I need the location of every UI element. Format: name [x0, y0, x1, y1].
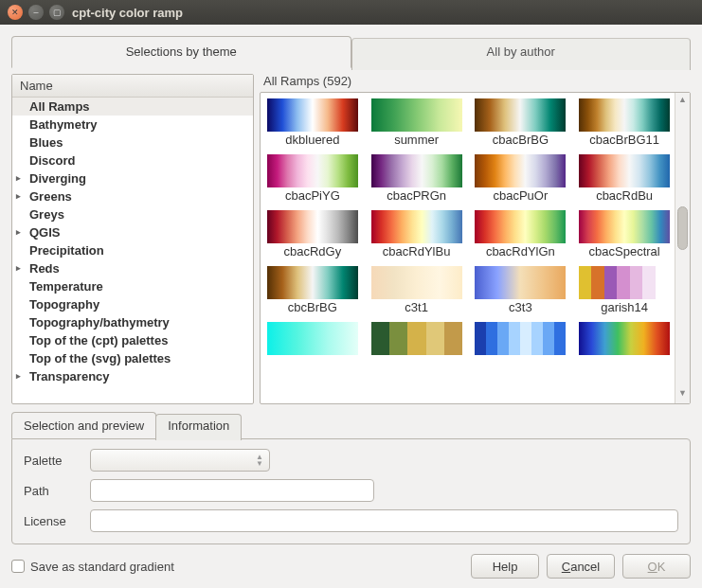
- ramp-item[interactable]: [473, 322, 569, 362]
- ramp-preview: [579, 322, 670, 355]
- ramp-preview: [475, 322, 566, 355]
- tree-item-label: Reds: [29, 260, 60, 276]
- tab-information[interactable]: Information: [155, 414, 242, 440]
- tree-list[interactable]: All RampsBathymetryBluesDiscord▸Divergin…: [12, 98, 253, 403]
- selection-preview-panel: Palette ▲▼ Path License: [11, 438, 691, 544]
- palette-combo[interactable]: ▲▼: [90, 449, 270, 472]
- ramp-item[interactable]: cbacBrBG: [473, 98, 569, 152]
- ramp-item[interactable]: [576, 322, 673, 362]
- ramp-preview: [579, 266, 670, 299]
- ramp-label: cbacSpectral: [589, 244, 660, 258]
- tree-item-label: Greens: [29, 188, 72, 205]
- ramp-item[interactable]: cbacRdGy: [264, 210, 361, 264]
- license-input[interactable]: [90, 509, 678, 532]
- ramp-label: cbcBrBG: [288, 300, 337, 314]
- minimize-icon[interactable]: –: [28, 5, 44, 20]
- ramp-preview: [475, 98, 566, 132]
- ramp-preview: [371, 322, 462, 355]
- tree-item[interactable]: Precipitation: [12, 241, 253, 259]
- ramp-item[interactable]: cbacBrBG11: [576, 98, 673, 152]
- ramp-item[interactable]: cbacRdYlGn: [473, 210, 569, 264]
- tree-item[interactable]: ▸Transparency: [12, 367, 253, 385]
- tree-item[interactable]: ▸QGIS: [12, 223, 253, 241]
- ramp-item[interactable]: cbacSpectral: [576, 210, 673, 264]
- ramp-preview: [371, 154, 462, 187]
- chevron-updown-icon: ▲▼: [256, 454, 263, 467]
- tree-item-label: Greys: [29, 206, 64, 223]
- ramp-item[interactable]: cbacPRGn: [369, 154, 465, 208]
- tree-item[interactable]: Blues: [12, 134, 253, 151]
- ramp-label: c3t3: [509, 300, 532, 314]
- tree-item-label: Topography/bathymetry: [29, 314, 170, 330]
- tab-selections-by-theme[interactable]: Selections by theme: [11, 36, 351, 68]
- ramp-item[interactable]: cbacPuOr: [473, 154, 569, 208]
- tree-item[interactable]: Discord: [12, 151, 253, 169]
- ramp-label: cbacRdYlBu: [383, 244, 451, 258]
- path-input[interactable]: [90, 479, 374, 502]
- ramp-item[interactable]: garish14: [576, 266, 673, 320]
- scroll-thumb[interactable]: [677, 206, 688, 250]
- ramp-item[interactable]: dkbluered: [264, 98, 361, 152]
- tree-item[interactable]: ▸Greens: [12, 187, 253, 205]
- tree-item[interactable]: Top of the (svg) palettes: [12, 349, 253, 367]
- window-title: cpt-city color ramp: [72, 6, 183, 20]
- tree-item[interactable]: Top of the (cpt) palettes: [12, 331, 253, 349]
- ramp-item[interactable]: summer: [369, 98, 465, 152]
- license-label: License: [24, 514, 81, 528]
- ramp-item[interactable]: cbacRdBu: [576, 154, 673, 208]
- ramp-preview: [579, 154, 670, 187]
- vertical-scrollbar[interactable]: ▲ ▼: [675, 93, 690, 403]
- cancel-button[interactable]: Cancel: [547, 554, 615, 579]
- tree-item-label: Transparency: [29, 368, 110, 384]
- ramp-item[interactable]: cbcBrBG: [264, 266, 361, 320]
- ramp-preview: [267, 154, 358, 187]
- save-standard-gradient-label: Save as standard gradient: [30, 560, 174, 574]
- ramp-item[interactable]: cbacRdYlBu: [369, 210, 465, 264]
- tab-all-by-author[interactable]: All by author: [351, 38, 692, 70]
- ok-button[interactable]: OK: [622, 554, 691, 579]
- tree-item[interactable]: Topography/bathymetry: [12, 313, 253, 331]
- ramp-preview: [579, 98, 670, 132]
- ramp-item[interactable]: cbacPiYG: [264, 154, 361, 208]
- tree-item-label: Top of the (svg) palettes: [29, 350, 171, 366]
- close-icon[interactable]: ✕: [8, 5, 23, 20]
- save-standard-gradient-checkbox[interactable]: Save as standard gradient: [11, 560, 174, 574]
- chevron-right-icon: ▸: [16, 368, 26, 384]
- ramp-preview: [475, 154, 566, 187]
- ramp-label: cbacPuOr: [493, 188, 548, 203]
- tree-item[interactable]: Greys: [12, 205, 253, 223]
- tree-item-label: QGIS: [29, 224, 61, 241]
- chevron-right-icon: ▸: [16, 260, 26, 276]
- ramp-label: cbacBrBG: [493, 133, 549, 147]
- tree-item-label: Diverging: [29, 170, 86, 187]
- ramp-label: cbacRdGy: [284, 244, 342, 258]
- tree-item-label: Temperature: [29, 278, 103, 294]
- tree-item-label: Bathymetry: [29, 116, 98, 133]
- tree-item[interactable]: ▸Reds: [12, 259, 253, 277]
- scroll-down-icon[interactable]: ▼: [675, 388, 690, 401]
- ramp-preview: [267, 266, 358, 299]
- tree-header[interactable]: Name: [12, 75, 253, 98]
- tree-item[interactable]: Bathymetry: [12, 116, 253, 134]
- scroll-up-icon[interactable]: ▲: [675, 95, 690, 108]
- tree-item[interactable]: Temperature: [12, 277, 253, 295]
- ramp-item[interactable]: c3t1: [369, 266, 465, 320]
- ramp-label: garish14: [601, 300, 648, 314]
- tree-item-label: Topography: [29, 296, 99, 312]
- maximize-icon[interactable]: ▢: [49, 5, 64, 20]
- ramp-item[interactable]: [264, 322, 361, 362]
- ramp-preview: [579, 210, 670, 243]
- tree-item[interactable]: ▸Diverging: [12, 169, 253, 187]
- checkbox-icon: [11, 560, 25, 573]
- ramp-item[interactable]: c3t3: [473, 266, 569, 320]
- tab-selection-preview[interactable]: Selection and preview: [11, 412, 156, 438]
- ramp-label: cbacPiYG: [285, 188, 340, 203]
- tree-item[interactable]: All Ramps: [12, 98, 253, 116]
- ramp-label: cbacPRGn: [387, 188, 446, 203]
- palette-label: Palette: [24, 454, 81, 468]
- help-button[interactable]: Help: [471, 554, 539, 579]
- grid-title: All Ramps (592): [260, 74, 691, 92]
- tree-item[interactable]: Topography: [12, 295, 253, 313]
- ramp-item[interactable]: [369, 322, 465, 362]
- path-label: Path: [24, 484, 81, 498]
